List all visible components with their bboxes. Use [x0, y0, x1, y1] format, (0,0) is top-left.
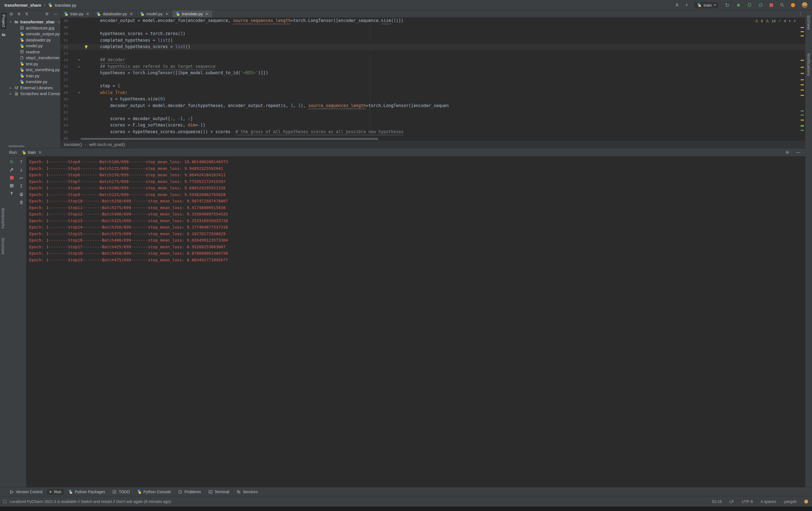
code-line-63[interactable]: 63 scores = decoder_output[:, -1, :]	[61, 116, 805, 122]
tool-window-button-services[interactable]: Services	[234, 489, 260, 495]
close-icon[interactable]: ×	[165, 11, 169, 17]
run-tab-train[interactable]: train ×	[22, 150, 42, 155]
tree-item-train-py[interactable]: train.py	[7, 73, 60, 79]
code-line-59[interactable]: 59▾ while True:	[61, 89, 805, 96]
inspections-widget[interactable]: ⚠6 ⚠16 ✓4 ∧ ∨	[753, 18, 798, 24]
tool-stripe-notifications[interactable]: Notifications	[807, 53, 811, 76]
status-item[interactable]: yangxb	[784, 499, 796, 504]
status-item[interactable]: 4 spaces	[761, 499, 776, 504]
close-icon[interactable]: ×	[38, 150, 42, 155]
tree-item-architecture-jpg[interactable]: architecture.jpg	[7, 25, 60, 31]
run-button[interactable]: ↻	[725, 2, 729, 8]
tool-stripe-project[interactable]: Project	[1, 12, 7, 29]
code-line-57[interactable]: 57	[61, 77, 805, 83]
breadcrumb-project[interactable]: transformer_share	[4, 3, 41, 7]
clear-console-icon[interactable]	[19, 200, 24, 205]
tool-window-button-terminal[interactable]: Terminal	[205, 489, 232, 495]
tree-item-scratches-and-consoles[interactable]: ▸Scratches and Consoles	[7, 91, 60, 97]
project-scrollbar[interactable]	[8, 145, 24, 147]
tree-item-external-libraries[interactable]: ▸External Libraries	[7, 85, 60, 91]
status-item[interactable]: 52:18	[712, 499, 722, 504]
code-line-65[interactable]: 65 scores = hypotheses_scores.unsqueeze(…	[61, 129, 805, 135]
status-widget-icon[interactable]: ▢	[3, 499, 7, 504]
user-badge-icon[interactable]	[804, 500, 808, 504]
code-with-me-caret-icon[interactable]: ▾	[686, 3, 688, 7]
prev-problem-icon[interactable]: ∧	[788, 19, 791, 23]
code-line-55[interactable]: 55▴ ## hypothsis was refered to as targe…	[61, 63, 805, 70]
code-editor[interactable]: 48 encoder_output = model.encoder_fun(en…	[61, 18, 805, 140]
code-line-54[interactable]: 54▾ ## decoder	[61, 57, 805, 63]
fold-up-icon[interactable]: ▴	[78, 63, 80, 70]
tool-window-button-version-control[interactable]: Version Control	[7, 489, 45, 495]
tool-window-button-python-packages[interactable]: Python Packages	[65, 489, 108, 495]
code-line-64[interactable]: 64 scores = F.log_softmax(scores, dim=-1…	[61, 122, 805, 129]
tool-stripe-bookmarks[interactable]: Bookmarks	[1, 208, 5, 229]
intention-bulb-icon[interactable]	[84, 45, 89, 49]
editor-tab-dataloader-py[interactable]: dataloader.py×	[93, 10, 137, 18]
hide-run-panel-icon[interactable]: —	[796, 151, 800, 155]
status-item[interactable]: UTF-8	[742, 499, 753, 504]
code-line-49[interactable]: 49	[61, 24, 805, 31]
error-stripe[interactable]	[800, 18, 805, 140]
code-line-53[interactable]: 53	[61, 50, 805, 57]
down-stacktrace-icon[interactable]: ↓	[20, 168, 23, 172]
run-config-selector[interactable]: train ▾	[694, 2, 718, 8]
code-line-58[interactable]: 58 step = 1	[61, 83, 805, 89]
close-icon[interactable]: ×	[86, 11, 90, 17]
fold-down-icon[interactable]: ▾	[78, 57, 80, 63]
rerun-icon[interactable]: ↻	[10, 160, 13, 164]
tree-item-console-output-py[interactable]: console_output.py	[7, 31, 60, 37]
code-line-61[interactable]: 61 decoder_output = model.decoder_fun(hy…	[61, 103, 805, 109]
folder-icon[interactable]	[1, 32, 6, 37]
code-line-52[interactable]: 52 completed_hypotheses_scores = list()	[61, 44, 805, 50]
chevron-icon[interactable]: ▾	[9, 20, 12, 23]
code-line-51[interactable]: 51 completed_hypotheses = list()	[61, 37, 805, 44]
gear-icon[interactable]	[45, 12, 49, 16]
editor-horizontal-scrollbar[interactable]	[81, 138, 378, 140]
tool-window-button-python-console[interactable]: Python Console	[135, 489, 174, 495]
update-icon[interactable]	[791, 3, 795, 7]
editor-tab-translate-py[interactable]: translate.py×	[172, 10, 212, 18]
code-line-62[interactable]: 62	[61, 109, 805, 116]
tree-item-model-py[interactable]: model.py	[7, 43, 60, 49]
run-settings-gear-icon[interactable]	[785, 150, 789, 155]
search-icon[interactable]	[780, 3, 784, 7]
tree-item-dataloader-py[interactable]: dataloader.py	[7, 37, 60, 43]
view-options-icon[interactable]: ⊞	[10, 12, 13, 16]
soft-wrap-icon[interactable]: ↩	[20, 176, 23, 181]
code-line-60[interactable]: 60 s = hypotheses.size(0)	[61, 96, 805, 103]
tool-window-button-problems[interactable]: Problems	[175, 489, 204, 495]
hide-panel-icon[interactable]: —	[54, 12, 57, 16]
profiler-button[interactable]	[758, 3, 763, 7]
code-line-56[interactable]: 56 hypotheses = torch.LongTensor([[bpe_m…	[61, 70, 805, 77]
restore-layout-icon[interactable]: ▦	[10, 183, 14, 188]
code-line-50[interactable]: 50 hypotheses_scores = torch.zeros(1)	[61, 31, 805, 37]
tool-window-button-run[interactable]: Run	[47, 489, 64, 495]
up-stacktrace-icon[interactable]: ↑	[20, 160, 23, 164]
code-line-48[interactable]: 48 encoder_output = model.encoder_fun(en…	[61, 18, 805, 24]
avatar[interactable]	[802, 2, 808, 8]
pin-icon[interactable]	[9, 191, 14, 196]
tabs-menu-icon[interactable]: ⋮	[798, 11, 803, 16]
select-opened-file-icon[interactable]: ⊕	[18, 12, 21, 16]
tool-window-button-todo[interactable]: TODO	[109, 489, 133, 495]
status-message[interactable]: Localized PyCharm 2022.3 is available //…	[9, 499, 171, 504]
chevron-icon[interactable]: ▸	[9, 92, 12, 95]
next-problem-icon[interactable]: ∨	[793, 19, 796, 23]
code-with-me-icon[interactable]	[675, 3, 679, 7]
scroll-to-end-icon[interactable]: ↧	[20, 184, 23, 188]
stop-button[interactable]	[770, 3, 773, 7]
debug-button[interactable]	[736, 3, 741, 7]
fold-down-icon[interactable]: ▾	[78, 89, 80, 96]
breadcrumb-function[interactable]: translate()	[64, 142, 82, 147]
expand-collapse-icon[interactable]: ⇅	[25, 12, 28, 16]
coverage-button[interactable]	[747, 3, 752, 7]
tree-item-step1-transformer[interactable]: step1_transformer_	[7, 55, 60, 61]
close-icon[interactable]: ×	[129, 11, 133, 17]
breadcrumb-file[interactable]: translate.py	[55, 3, 77, 7]
tool-stripe-structure[interactable]: Structure	[1, 238, 5, 254]
editor-tab-train-py[interactable]: train.py×	[61, 10, 93, 18]
wrench-icon[interactable]	[9, 168, 14, 172]
tree-item-test-py[interactable]: test.py	[7, 61, 60, 67]
tree-item-transformer-share[interactable]: ▾transformer_share~/	[7, 19, 60, 25]
